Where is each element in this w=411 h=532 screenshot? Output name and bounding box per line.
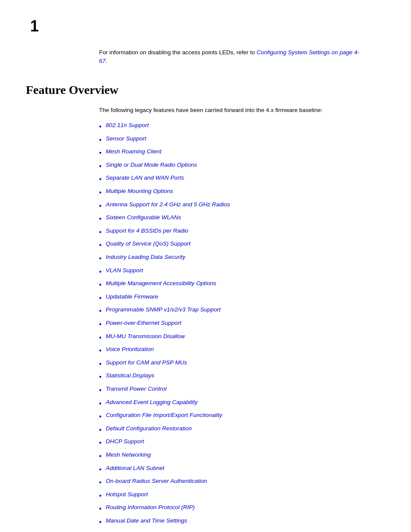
- bullet-icon: •: [99, 464, 102, 475]
- bullet-icon: •: [99, 134, 102, 146]
- page-number: 1: [30, 17, 385, 35]
- bullet-icon: •: [99, 266, 102, 277]
- list-item: •Support for CAM and PSP MUs: [99, 358, 366, 370]
- bullet-icon: •: [99, 516, 102, 528]
- feature-link-13[interactable]: Updatable Firmware: [106, 292, 159, 302]
- feature-link-0[interactable]: 802.11n Support: [106, 121, 149, 130]
- bullet-icon: •: [99, 305, 102, 317]
- bullet-icon: •: [99, 227, 102, 238]
- feature-link-3[interactable]: Single or Dual Mode Radio Options: [106, 160, 197, 170]
- bullet-icon: •: [99, 332, 102, 343]
- list-item: •Configuration File Import/Export Functi…: [99, 411, 366, 422]
- feature-link-10[interactable]: Industry Leading Data Security: [106, 252, 186, 262]
- feature-link-21[interactable]: Advanced Event Logging Capability: [106, 398, 198, 407]
- feature-link-11[interactable]: VLAN Support: [106, 266, 143, 275]
- feature-link-22[interactable]: Configuration File Import/Export Functio…: [106, 411, 222, 420]
- bullet-icon: •: [99, 174, 102, 185]
- list-item: •Advanced Event Logging Capability: [99, 398, 366, 409]
- list-item: •DHCP Support: [99, 437, 366, 448]
- feature-link-15[interactable]: Power-over-Ethernet Support: [106, 318, 181, 328]
- feature-link-24[interactable]: DHCP Support: [106, 437, 144, 446]
- feature-link-27[interactable]: On-board Radius Server Authentication: [106, 476, 207, 486]
- list-item: •Default Configuration Restoration: [99, 424, 366, 436]
- feature-link-23[interactable]: Default Configuration Restoration: [106, 424, 192, 433]
- list-item: •Support for 4 BSSIDs per Radio: [99, 226, 366, 238]
- list-item: •Multiple Management Accessibility Optio…: [99, 279, 366, 290]
- feature-link-6[interactable]: Antenna Support for 2.4 GHz and 5 GHz Ra…: [106, 200, 230, 209]
- feature-link-30[interactable]: Manual Date and Time Settings: [106, 516, 187, 526]
- list-item: •On-board Radius Server Authentication: [99, 476, 366, 488]
- feature-list: •802.11n Support•Sensor Support•Mesh Roa…: [99, 121, 366, 532]
- feature-link-8[interactable]: Support for 4 BSSIDs per Radio: [106, 226, 188, 236]
- section-intro: The following legacy features have been …: [99, 106, 366, 115]
- list-item: •Power-over-Ethernet Support: [99, 318, 366, 330]
- feature-link-26[interactable]: Additional LAN Subnet: [106, 464, 165, 473]
- list-item: •Voice Prioritization: [99, 345, 366, 356]
- list-item: •Additional LAN Subnet: [99, 464, 366, 475]
- bullet-icon: •: [99, 437, 102, 448]
- feature-link-31[interactable]: Dynamic DNS: [106, 529, 143, 532]
- list-item: •Manual Date and Time Settings: [99, 516, 366, 528]
- list-item: •Transmit Power Control: [99, 384, 366, 396]
- feature-link-12[interactable]: Multiple Management Accessibility Option…: [106, 279, 216, 288]
- bullet-icon: •: [99, 358, 102, 370]
- feature-link-5[interactable]: Multiple Mounting Options: [106, 187, 173, 196]
- intro-paragraph: For information on disabling the access …: [99, 48, 366, 66]
- feature-link-18[interactable]: Support for CAM and PSP MUs: [106, 358, 187, 367]
- list-item: •Multiple Mounting Options: [99, 187, 366, 198]
- feature-link-7[interactable]: Sixteen Configurable WLANs: [106, 213, 181, 222]
- section-title: Feature Overview: [26, 83, 385, 97]
- bullet-icon: •: [99, 385, 102, 396]
- list-item: •Sixteen Configurable WLANs: [99, 213, 366, 224]
- feature-link-14[interactable]: Programmable SNMP v1/v2/v3 Trap Support: [106, 305, 221, 314]
- list-item: •Single or Dual Mode Radio Options: [99, 160, 366, 172]
- bullet-icon: •: [99, 424, 102, 436]
- bullet-icon: •: [99, 187, 102, 198]
- feature-link-16[interactable]: MU-MU Transmission Disallow: [106, 332, 185, 341]
- feature-link-17[interactable]: Voice Prioritization: [106, 345, 154, 354]
- bullet-icon: •: [99, 530, 102, 532]
- list-item: •Routing Information Protocol (RIP): [99, 503, 366, 514]
- bullet-icon: •: [99, 319, 102, 330]
- intro-text-after: .: [106, 58, 107, 64]
- feature-link-29[interactable]: Routing Information Protocol (RIP): [106, 503, 195, 512]
- bullet-icon: •: [99, 292, 102, 304]
- list-item: •Industry Leading Data Security: [99, 252, 366, 264]
- bullet-icon: •: [99, 240, 102, 251]
- feature-link-2[interactable]: Mesh Roaming Client: [106, 147, 162, 156]
- feature-link-1[interactable]: Sensor Support: [106, 134, 146, 143]
- bullet-icon: •: [99, 279, 102, 290]
- list-item: •Mesh Networking: [99, 450, 366, 462]
- feature-link-20[interactable]: Transmit Power Control: [106, 384, 167, 394]
- feature-link-9[interactable]: Quality of Service (QoS) Support: [106, 239, 191, 249]
- bullet-icon: •: [99, 371, 102, 383]
- intro-text-before: For information on disabling the access …: [99, 49, 256, 56]
- feature-link-25[interactable]: Mesh Networking: [106, 450, 151, 460]
- bullet-icon: •: [99, 253, 102, 264]
- list-item: •Separate LAN and WAN Ports: [99, 173, 366, 185]
- list-item: •Statistical Displays: [99, 371, 366, 383]
- bullet-icon: •: [99, 345, 102, 356]
- list-item: •Mesh Roaming Client: [99, 147, 366, 159]
- feature-link-4[interactable]: Separate LAN and WAN Ports: [106, 173, 184, 183]
- section-body: The following legacy features have been …: [99, 106, 366, 532]
- list-item: •802.11n Support: [99, 121, 366, 132]
- bullet-icon: •: [99, 490, 102, 501]
- list-item: •MU-MU Transmission Disallow: [99, 332, 366, 343]
- list-item: •Sensor Support: [99, 134, 366, 146]
- bullet-icon: •: [99, 477, 102, 488]
- bullet-icon: •: [99, 398, 102, 409]
- bullet-icon: •: [99, 121, 102, 132]
- list-item: •Antenna Support for 2.4 GHz and 5 GHz R…: [99, 200, 366, 212]
- feature-link-28[interactable]: Hotspot Support: [106, 490, 148, 499]
- bullet-icon: •: [99, 200, 102, 212]
- list-item: •Updatable Firmware: [99, 292, 366, 304]
- list-item: •Hotspot Support: [99, 490, 366, 501]
- bullet-icon: •: [99, 411, 102, 422]
- list-item: •VLAN Support: [99, 266, 366, 277]
- feature-link-19[interactable]: Statistical Displays: [106, 371, 155, 380]
- list-item: •Quality of Service (QoS) Support: [99, 239, 366, 251]
- bullet-icon: •: [99, 451, 102, 462]
- bullet-icon: •: [99, 503, 102, 514]
- list-item: •Programmable SNMP v1/v2/v3 Trap Support: [99, 305, 366, 317]
